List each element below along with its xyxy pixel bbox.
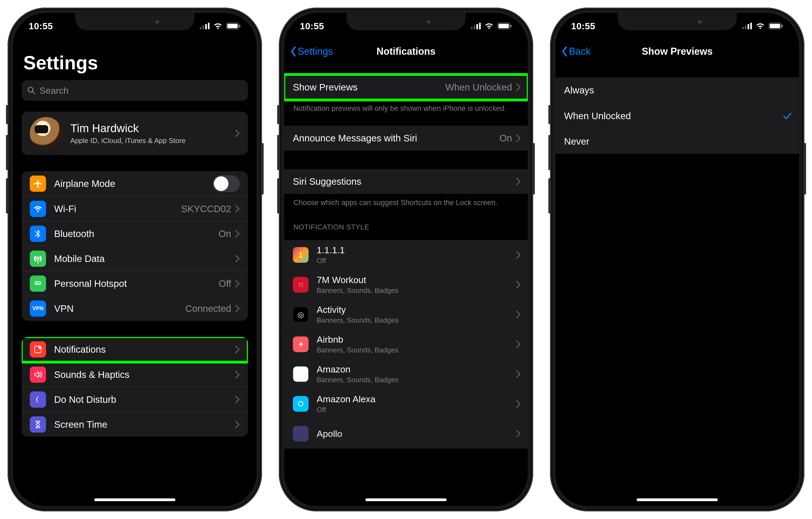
back-button[interactable]: Back [561, 46, 590, 57]
style-header: NOTIFICATION STYLE [284, 215, 528, 235]
announce-label: Announce Messages with Siri [293, 133, 499, 143]
svg-rect-2 [205, 24, 207, 29]
phone-frame-1: 10:55 Settings Search Tim Hardwick Apple… [7, 7, 262, 512]
app-name: Amazon [317, 364, 516, 375]
status-time: 10:55 [300, 21, 324, 31]
dnd-row[interactable]: Do Not Disturb [22, 387, 248, 412]
home-indicator[interactable] [637, 498, 718, 501]
phone-frame-2: 10:55 Settings Notifications Show Previe… [279, 7, 533, 512]
app-row[interactable]: ⁙ 7M Workout Banners, Sounds, Badges [284, 270, 528, 300]
svg-rect-16 [499, 24, 509, 28]
search-icon [27, 86, 36, 95]
chevron-right-icon [516, 251, 521, 259]
airplane-mode-row[interactable]: Airplane Mode [22, 171, 248, 196]
show-previews-row[interactable]: Show Previews When Unlocked [284, 75, 528, 100]
wifi-label: Wi-Fi [54, 203, 181, 214]
status-time: 10:55 [571, 21, 595, 31]
app-row[interactable]: Amazon Banners, Sounds, Badges [284, 359, 528, 389]
app-name: Airbnb [317, 334, 516, 345]
notch [346, 13, 466, 30]
bluetooth-row[interactable]: Bluetooth On [22, 221, 248, 246]
svg-rect-20 [748, 24, 749, 29]
sounds-row[interactable]: Sounds & Haptics [22, 362, 248, 387]
wifi-row[interactable]: Wi-Fi SKYCCD02 [22, 196, 248, 221]
show-previews-label: Show Previews [293, 82, 445, 93]
svg-rect-17 [510, 25, 512, 27]
app-row[interactable]: O Amazon Alexa Off [284, 389, 528, 419]
svg-rect-6 [239, 25, 240, 27]
search-placeholder: Search [39, 85, 69, 96]
app-name: Amazon Alexa [317, 394, 516, 404]
preview-option-row[interactable]: Never [555, 128, 799, 154]
hotspot-label: Personal Hotspot [54, 278, 219, 289]
notifications-row[interactable]: Notifications [22, 337, 248, 362]
dnd-label: Do Not Disturb [54, 394, 235, 405]
mobile-data-label: Mobile Data [54, 253, 235, 264]
svg-rect-24 [781, 25, 783, 27]
app-icon [293, 366, 309, 382]
chevron-right-icon [235, 395, 240, 404]
mobile-data-row[interactable]: Mobile Data [22, 246, 248, 271]
moon-icon [30, 391, 46, 408]
chevron-right-icon [235, 129, 240, 137]
app-row[interactable]: ✦ Airbnb Banners, Sounds, Badges [284, 329, 528, 359]
app-icon [293, 426, 309, 441]
app-icon: ⁙ [293, 277, 309, 293]
link-icon [30, 275, 46, 292]
chevron-right-icon [516, 430, 521, 438]
app-name: Apollo [317, 429, 516, 439]
avatar [30, 117, 62, 149]
app-icon: O [293, 396, 309, 412]
svg-rect-12 [474, 25, 475, 29]
app-name: 1.1.1.1 [317, 245, 516, 255]
back-label: Settings [298, 46, 333, 57]
back-button[interactable]: Settings [290, 46, 333, 57]
chevron-right-icon [516, 370, 521, 378]
app-row[interactable]: ◎ Activity Banners, Sounds, Badges [284, 300, 528, 329]
vpn-row[interactable]: VPN VPN Connected [22, 296, 248, 321]
notch [618, 13, 737, 30]
status-icons [200, 23, 241, 29]
phone-frame-3: 10:55 Back Show Previews Always When Unl… [550, 7, 805, 512]
airplane-icon [30, 175, 46, 192]
siri-suggestions-row[interactable]: Siri Suggestions [284, 169, 528, 194]
chevron-right-icon [516, 134, 521, 142]
preview-option-row[interactable]: Always [555, 78, 799, 103]
app-row[interactable]: Apollo [284, 419, 528, 448]
wifi-value: SKYCCD02 [181, 203, 231, 214]
svg-rect-13 [476, 24, 478, 29]
home-indicator[interactable] [94, 498, 175, 501]
notifications-icon [30, 341, 46, 358]
app-sub: Banners, Sounds, Badges [317, 376, 516, 384]
status-icons [742, 23, 783, 29]
bluetooth-icon [30, 226, 46, 242]
option-label: Never [564, 136, 792, 147]
screentime-label: Screen Time [54, 419, 235, 430]
preview-option-row[interactable]: When Unlocked [555, 103, 799, 128]
bluetooth-value: On [219, 228, 231, 239]
announce-row[interactable]: Announce Messages with Siri On [284, 126, 528, 151]
apple-id-row[interactable]: Tim Hardwick Apple ID, iCloud, iTunes & … [22, 112, 248, 155]
app-row[interactable]: 1 1.1.1.1 Off [284, 240, 528, 270]
screentime-row[interactable]: Screen Time [22, 412, 248, 437]
app-name: Activity [317, 304, 516, 315]
previews-footer: Notification previews will only be shown… [284, 100, 528, 121]
chevron-right-icon [516, 340, 521, 348]
svg-rect-0 [200, 27, 201, 29]
antenna-icon [30, 251, 46, 267]
svg-rect-21 [750, 23, 752, 29]
home-indicator[interactable] [366, 498, 446, 501]
checkmark-icon [783, 111, 792, 120]
chevron-left-icon [561, 46, 568, 57]
sounds-icon [30, 366, 46, 383]
battery-icon [226, 23, 241, 29]
bluetooth-label: Bluetooth [54, 228, 219, 239]
chevron-right-icon [235, 230, 240, 238]
chevron-right-icon [235, 255, 240, 263]
airplane-toggle[interactable] [213, 175, 240, 192]
hotspot-row[interactable]: Personal Hotspot Off [22, 271, 248, 296]
navbar-title: Notifications [377, 46, 435, 57]
siri-label: Siri Suggestions [293, 176, 516, 187]
search-field[interactable]: Search [22, 80, 248, 101]
chevron-right-icon [235, 420, 240, 429]
